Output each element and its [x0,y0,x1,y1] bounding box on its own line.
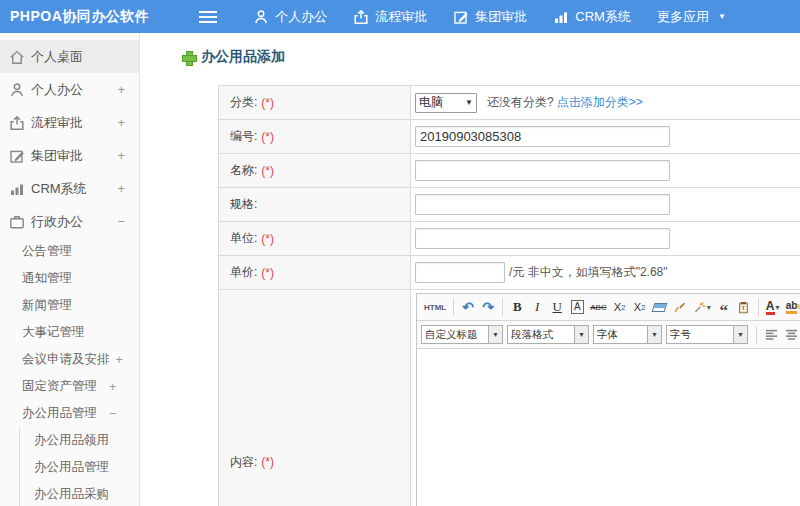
name-value-cell [411,154,800,187]
font-style-button[interactable]: A [568,297,586,317]
caret-down-icon: ▼ [648,325,662,344]
sidebar-item-fixed-assets-mgmt[interactable]: 固定资产管理+ [0,373,139,400]
nav-workflow-approval[interactable]: 流程审批 [353,8,427,26]
align-left-button[interactable] [762,325,780,345]
caret-down-icon: ▼ [718,12,726,21]
add-category-link[interactable]: 点击添加分类>> [557,94,643,111]
name-input[interactable] [415,160,670,181]
expand-icon: + [117,115,125,130]
subscript-button[interactable]: X2 [631,297,649,317]
page-title: 办公用品添加 [182,48,285,66]
sidebar-item-label: 流程审批 [31,114,117,132]
sidebar-item-personal-office[interactable]: 个人办公 + [0,73,139,106]
home-icon [9,49,25,65]
hamburger-menu-icon[interactable] [199,11,217,23]
eraser-icon [652,303,668,312]
required-mark: (*) [261,266,274,280]
sidebar-item-label: 行政办公 [31,213,117,231]
font-family-select[interactable]: 字体 ▼ [593,325,662,344]
paste-text-button[interactable]: T [735,297,753,317]
sidebar-item-supplies-purchase[interactable]: 办公用品采购 [20,481,139,506]
spec-label: 规格: [219,188,411,221]
sidebar-item-crm-system[interactable]: CRM系统 + [0,172,139,205]
custom-heading-select[interactable]: 自定义标题 ▼ [421,325,503,344]
required-mark: (*) [261,130,274,144]
nav-more-apps[interactable]: 更多应用 ▼ [657,8,726,26]
sidebar-item-memorabilia-mgmt[interactable]: 大事记管理 [0,319,139,346]
edit-icon [9,148,25,164]
nav-group-approval[interactable]: 集团审批 [453,8,527,26]
nav-label: CRM系统 [575,8,631,26]
sidebar-item-group-approval[interactable]: 集团审批 + [0,139,139,172]
unit-input[interactable] [415,228,670,249]
sidebar-item-announcement-mgmt[interactable]: 公告管理 [0,238,139,265]
sidebar-submenu-office-supplies: 办公用品领用 办公用品管理 办公用品采购 [19,427,139,506]
font-size-select[interactable]: 字号 ▼ [666,325,748,344]
underline-button[interactable]: U [548,297,566,317]
sidebar-item-office-supplies-mgmt[interactable]: 办公用品管理− [0,400,139,427]
nav-crm-system[interactable]: CRM系统 [553,8,631,26]
editor-content[interactable] [417,349,800,506]
sidebar-item-meeting-request[interactable]: 会议申请及安排+ [0,346,139,373]
sidebar: 个人桌面 个人办公 + 流程审批 + 集团审批 + CRM系统 + 行政办公 −… [0,33,140,506]
form-row-price: 单价: (*) /元 非中文，如填写格式"2.68" [219,256,800,290]
paragraph-format-select[interactable]: 段落格式 ▼ [507,325,589,344]
category-value-cell: 电脑 ▼ 还没有分类? 点击添加分类>> [411,86,800,119]
category-select[interactable]: 电脑 ▼ [415,93,477,113]
code-value-cell [411,120,800,153]
align-center-button[interactable] [782,325,800,345]
sidebar-item-label: 办公用品管理 [34,459,109,476]
form-row-unit: 单位: (*) [219,222,800,256]
content-value-cell: HTML ↶ ↷ B I U A ABC X2 X2 [411,290,800,506]
clean-format-button[interactable] [671,297,689,317]
add-plus-icon [182,51,195,64]
blockquote-button[interactable]: “ [715,297,733,317]
strikethrough-button[interactable]: ABC [588,297,608,317]
highlight-color-button[interactable]: ab✎▾ [784,297,800,317]
font-color-button[interactable]: A▾ [764,297,782,317]
editor-toolbar-row1: HTML ↶ ↷ B I U A ABC X2 X2 [417,294,800,321]
italic-button[interactable]: I [528,297,546,317]
bold-button[interactable]: B [508,297,526,317]
nav-label: 流程审批 [375,8,427,26]
form-row-spec: 规格: [219,188,800,222]
caret-down-icon: ▼ [575,325,589,344]
brush-icon [673,301,686,314]
selected-option: 电脑 [419,94,465,111]
format-painter-icon [693,301,706,314]
sidebar-item-supplies-requisition[interactable]: 办公用品领用 [20,427,139,454]
nav-label: 个人办公 [275,8,327,26]
html-source-button[interactable]: HTML [422,297,448,317]
sidebar-item-label: 办公用品管理 [22,405,97,422]
expand-icon: + [116,353,123,367]
content-label: 内容: (*) [219,290,411,506]
select-value: 字号 [666,325,734,344]
undo-icon[interactable]: ↶ [459,297,477,317]
format-painter-button[interactable]: ▾ [691,297,713,317]
rich-text-editor: HTML ↶ ↷ B I U A ABC X2 X2 [416,293,800,506]
sidebar-item-workflow-approval[interactable]: 流程审批 + [0,106,139,139]
price-input[interactable] [415,262,505,283]
nav-personal-office[interactable]: 个人办公 [253,8,327,26]
nav-label: 集团审批 [475,8,527,26]
sidebar-item-admin-office[interactable]: 行政办公 − [0,205,139,238]
user-icon [253,9,268,24]
superscript-button[interactable]: X2 [611,297,629,317]
sidebar-item-news-mgmt[interactable]: 新闻管理 [0,292,139,319]
sidebar-item-notice-mgmt[interactable]: 通知管理 [0,265,139,292]
sidebar-item-personal-desktop[interactable]: 个人桌面 [0,40,139,73]
edit-icon [453,9,468,24]
eraser-button[interactable] [651,297,669,317]
user-icon [9,82,25,98]
redo-icon[interactable]: ↷ [479,297,497,317]
paste-icon: T [737,301,750,314]
required-mark: (*) [261,232,274,246]
sidebar-item-supplies-management[interactable]: 办公用品管理 [20,454,139,481]
spec-input[interactable] [415,194,670,215]
sidebar-item-label: 大事记管理 [22,324,85,341]
nav-label: 更多应用 [657,8,709,26]
category-label: 分类: (*) [219,86,411,119]
select-value: 自定义标题 [421,325,489,344]
code-input[interactable] [415,126,670,147]
sidebar-item-label: 办公用品采购 [34,486,109,503]
